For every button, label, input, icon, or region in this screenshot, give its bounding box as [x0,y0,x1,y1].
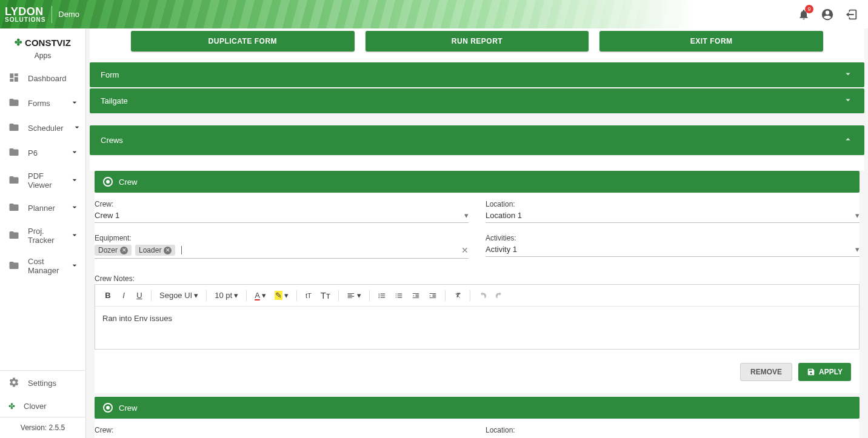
italic-button[interactable]: I [117,289,130,302]
activities-label: Activities: [486,234,860,242]
notifications-button[interactable]: 9 [798,8,810,21]
crew-section-header[interactable]: Crew [95,397,860,419]
sidebar-item-cost-manager[interactable]: Cost Manager [0,251,85,281]
crew-form-body: Crew: Crew 1 ▾ Location: Location 1 ▾ [95,193,860,360]
dropdown-caret-icon: ▾ [357,291,361,300]
chevron-down-icon [843,95,853,107]
crew-select[interactable]: Crew 2 ▾ [95,436,469,438]
main-content: DUPLICATE FORM RUN REPORT EXIT FORM Form… [86,28,868,438]
crew-section-header[interactable]: Crew [95,171,860,193]
accordion-form[interactable]: Form [90,62,864,87]
highlight-color-button[interactable]: ✎ ▾ [272,289,292,302]
radio-selected-icon [103,177,113,187]
sidebar-item-forms[interactable]: Forms [0,91,85,116]
radio-selected-icon [103,403,113,413]
sidebar: ✤ CONSTVIZ Apps Dashboard Forms Schedule… [0,28,86,438]
crew-value: Crew 1 [95,211,119,220]
clear-icon[interactable]: ✕ [461,245,469,255]
indent-button[interactable] [426,290,440,302]
increase-size-button[interactable]: Tт [318,288,333,302]
location-label: Location: [486,426,860,434]
accordion-label: Crews [101,136,123,145]
align-button[interactable]: ▾ [344,289,364,302]
crew-label: Crew: [95,200,469,208]
brand-main: LYDON [5,6,45,17]
sidebar-item-label: Proj. Tracker [28,227,61,245]
bold-button[interactable]: B [101,289,115,302]
accordion-tailgate[interactable]: Tailgate [90,88,864,113]
chevron-down-icon [70,260,79,272]
exit-form-button[interactable]: EXIT FORM [599,31,823,51]
equipment-multiselect[interactable]: Dozer ✕ Loader ✕ ✕ [95,244,469,259]
accordion-crews[interactable]: Crews [90,125,864,155]
sidebar-item-settings[interactable]: Settings [0,371,85,396]
accordion-label: Tailgate [101,96,128,105]
sidebar-item-clover[interactable]: ✤ Clover [0,396,85,417]
font-size-select[interactable]: 10 pt ▾ [212,289,241,302]
account-button[interactable] [821,8,834,21]
bullet-list-button[interactable] [375,290,389,302]
chevron-down-icon [70,230,79,242]
dropdown-caret-icon: ▾ [194,291,198,300]
chip-label: Loader [139,246,161,254]
app-header: LYDON SOLUTIONS Demo 9 [0,0,868,28]
sidebar-item-label: Clover [24,402,79,411]
crew-header-label: Crew [119,178,137,187]
outdent-button[interactable] [409,290,423,302]
text-color-button[interactable]: A ▾ [252,289,269,302]
rte-toolbar: B I U Segoe UI ▾ 10 pt ▾ A ▾ ✎ ▾ tT Tт ▾ [95,285,859,307]
decrease-size-button[interactable]: tT [302,290,315,301]
duplicate-form-button[interactable]: DUPLICATE FORM [131,31,355,51]
run-report-button[interactable]: RUN REPORT [366,31,589,51]
sidebar-item-label: Dashboard [28,74,79,83]
equipment-label: Equipment: [95,234,469,242]
crew-select[interactable]: Crew 1 ▾ [95,210,469,223]
chevron-up-icon [843,134,853,147]
clear-format-button[interactable] [450,290,465,302]
logout-button[interactable] [845,8,858,21]
chip-remove-icon[interactable]: ✕ [120,247,128,254]
dropdown-caret-icon: ▾ [464,211,469,220]
underline-button[interactable]: U [133,289,146,302]
sidebar-item-label: Settings [28,379,79,388]
sidebar-logo: ✤ CONSTVIZ [0,33,85,50]
chevron-down-icon [70,175,79,187]
save-icon [807,368,815,376]
location-select[interactable]: Location 1 ▾ [486,210,860,223]
sidebar-item-proj-tracker[interactable]: Proj. Tracker [0,221,85,251]
location-value: Location 1 [486,211,522,220]
redo-button[interactable] [492,290,507,302]
activities-select[interactable]: Activity 1 ▾ [486,244,860,257]
sidebar-item-label: P6 [28,148,61,158]
dashboard-icon [8,72,19,85]
sidebar-item-scheduler[interactable]: Scheduler [0,116,85,141]
dropdown-caret-icon: ▾ [262,291,266,300]
crew-form-body: Crew: Crew 2 ▾ Location: Location 2 ▾ [95,419,860,438]
sidebar-item-planner[interactable]: Planner [0,196,85,221]
chevron-down-icon [72,122,82,134]
sidebar-item-pdf-viewer[interactable]: PDF Viewer [0,165,85,196]
activities-value: Activity 1 [486,245,517,254]
equipment-chip: Loader ✕ [135,245,175,256]
chip-remove-icon[interactable]: ✕ [164,247,172,254]
font-family-select[interactable]: Segoe UI ▾ [156,289,201,302]
clover-icon: ✤ [15,37,22,48]
brand-sub: SOLUTIONS [5,17,45,23]
chevron-down-icon [70,147,79,159]
number-list-button[interactable] [392,290,406,302]
dropdown-caret-icon: ▾ [234,291,238,300]
apply-button[interactable]: APPLY [798,363,851,381]
crew-header-label: Crew [119,403,137,413]
rte-textarea[interactable]: Ran into Env issues [95,307,859,349]
undo-button[interactable] [475,290,490,302]
folder-icon [8,97,19,110]
sidebar-item-p6[interactable]: P6 [0,141,85,165]
remove-button[interactable]: REMOVE [740,363,792,381]
sidebar-item-label: Forms [28,99,61,108]
location-select[interactable]: Location 2 ▾ [486,436,860,438]
sidebar-item-label: PDF Viewer [28,171,61,190]
sidebar-item-dashboard[interactable]: Dashboard [0,66,85,91]
accordion-label: Form [101,70,119,79]
dropdown-caret-icon: ▾ [284,291,289,300]
folder-icon [8,202,19,214]
